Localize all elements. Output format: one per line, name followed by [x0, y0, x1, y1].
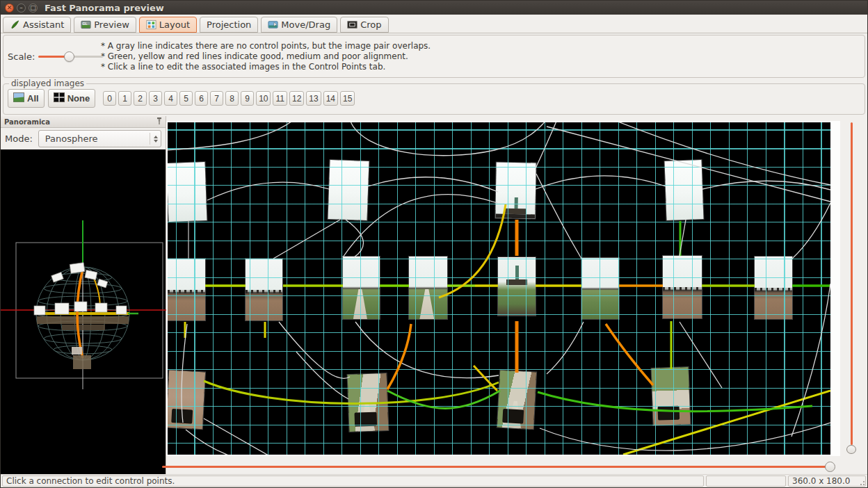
image-toggle-15[interactable]: 15 — [340, 91, 355, 106]
overlap-connection[interactable] — [346, 220, 363, 257]
tab-crop[interactable]: Crop — [340, 17, 388, 33]
tab-layout[interactable]: Layout — [139, 17, 197, 33]
all-images-icon — [13, 92, 24, 105]
movedrag-icon — [268, 19, 278, 30]
help-line: * Click a line to edit the associated im… — [101, 62, 431, 72]
overlap-connection[interactable] — [204, 418, 272, 455]
help-line: * Green, yellow and red lines indicate g… — [101, 51, 431, 62]
overlap-connection[interactable] — [343, 195, 497, 257]
image-toggle-3[interactable]: 3 — [149, 91, 162, 106]
overlap-connection[interactable] — [207, 182, 329, 200]
control-point-connection[interactable] — [538, 392, 812, 412]
layout-icon — [146, 19, 156, 30]
image-toggle-5[interactable]: 5 — [179, 91, 193, 106]
fast-panorama-preview-window: ✕ – □ Fast Panorama preview AssistantGLP… — [0, 0, 868, 488]
pin-icon[interactable] — [156, 117, 162, 127]
image-toggle-9[interactable]: 9 — [241, 91, 254, 106]
displayed-images-label: displayed images — [9, 79, 86, 88]
image-toggle-2[interactable]: 2 — [134, 91, 147, 106]
overlap-connection[interactable] — [168, 122, 294, 150]
image-number-buttons: 0123456789101112131415 — [103, 91, 355, 106]
overlap-connection[interactable] — [791, 284, 830, 437]
image-toggle-13[interactable]: 13 — [306, 91, 321, 106]
tab-label: Layout — [159, 19, 190, 30]
image-toggle-8[interactable]: 8 — [225, 91, 239, 106]
scale-slider[interactable] — [38, 51, 103, 62]
overlap-connection[interactable] — [350, 122, 547, 156]
connection-lines — [168, 122, 830, 455]
tab-move-drag[interactable]: Move/Drag — [261, 17, 337, 33]
status-message: Click a connection to edit control point… — [2, 475, 704, 487]
control-point-connection[interactable] — [623, 391, 830, 455]
vertical-scroller[interactable] — [847, 121, 855, 456]
overlap-connection[interactable] — [536, 176, 666, 189]
overlap-connection[interactable] — [613, 122, 830, 185]
tab-label: Projection — [207, 19, 251, 30]
overlap-connection[interactable] — [792, 203, 830, 259]
overlap-connection[interactable] — [368, 177, 498, 192]
all-button[interactable]: All — [8, 89, 45, 108]
scale-slider-handle[interactable] — [64, 51, 74, 62]
control-point-connection[interactable] — [204, 381, 499, 404]
tab-assistant[interactable]: Assistant — [3, 17, 71, 33]
overlap-connection[interactable] — [182, 324, 187, 423]
panel-title: Panoramica — [4, 118, 50, 126]
status-bar: Click a connection to edit control point… — [1, 474, 867, 487]
scale-slider-fill — [38, 56, 66, 58]
horizontal-scroller-handle[interactable] — [825, 462, 835, 472]
tab-label: Crop — [360, 19, 381, 30]
preview-canvas-area — [166, 116, 867, 474]
status-middle — [706, 475, 786, 487]
layout-canvas[interactable] — [168, 122, 830, 455]
tab-bar: AssistantGLPreviewLayoutProjectionMove/D… — [1, 15, 867, 33]
horizontal-scroller[interactable] — [162, 462, 844, 473]
overlap-connection[interactable] — [186, 430, 234, 455]
image-toggle-11[interactable]: 11 — [273, 91, 287, 106]
image-toggle-6[interactable]: 6 — [195, 91, 208, 106]
mode-dropdown[interactable]: Panosphere — [38, 130, 161, 147]
panosphere-panel: Panoramica Mode: Panosphere — [1, 116, 166, 474]
overlap-connection[interactable] — [296, 352, 348, 399]
image-toggle-12[interactable]: 12 — [289, 91, 304, 106]
overlap-connection[interactable] — [547, 322, 584, 374]
help-panel: Scale: * A gray line indicates there are… — [3, 35, 865, 78]
overlap-connection[interactable] — [680, 322, 722, 388]
panosphere-preview[interactable] — [1, 149, 166, 474]
displayed-images-wrap: displayed images All None 01234567891011… — [1, 79, 867, 116]
image-toggle-14[interactable]: 14 — [323, 91, 338, 106]
tab-label: Move/Drag — [281, 19, 330, 30]
vertical-scroller-handle[interactable] — [846, 445, 856, 454]
overlap-connection[interactable] — [279, 322, 350, 378]
minimize-icon[interactable]: – — [17, 3, 26, 13]
tab-projection[interactable]: Projection — [200, 17, 258, 33]
crop-icon — [347, 19, 357, 30]
status-field-of-view: 360.0 x 180.0 — [788, 475, 866, 487]
image-toggle-10[interactable]: 10 — [256, 91, 271, 106]
scale-slider-track — [72, 56, 103, 58]
help-panel-wrap: Scale: * A gray line indicates there are… — [1, 33, 867, 79]
dropdown-arrows-icon — [150, 133, 158, 145]
overlap-connection[interactable] — [536, 122, 557, 168]
no-images-icon — [54, 92, 65, 105]
control-point-connection[interactable] — [439, 204, 506, 298]
tab-preview[interactable]: GLPreview — [74, 17, 136, 33]
mode-label: Mode: — [5, 133, 33, 144]
overlap-connection[interactable] — [702, 181, 830, 190]
maximize-icon[interactable]: □ — [29, 3, 38, 13]
overlap-connection[interactable] — [273, 220, 340, 259]
image-toggle-0[interactable]: 0 — [103, 91, 116, 106]
image-toggle-4[interactable]: 4 — [164, 91, 177, 106]
displayed-images-group: displayed images All None 01234567891011… — [3, 79, 865, 115]
window-title: Fast Panorama preview — [45, 3, 164, 13]
image-toggle-1[interactable]: 1 — [118, 91, 131, 106]
control-point-connection[interactable] — [606, 324, 653, 385]
mode-row: Mode: Panosphere — [1, 128, 166, 149]
close-icon[interactable]: ✕ — [5, 3, 14, 13]
overlap-connection[interactable] — [547, 127, 830, 202]
resize-grip-icon[interactable] — [858, 479, 865, 485]
control-point-connection[interactable] — [387, 391, 500, 409]
none-button[interactable]: None — [48, 89, 96, 108]
image-toggle-7[interactable]: 7 — [210, 91, 223, 106]
svg-text:GL: GL — [83, 22, 88, 26]
preview-icon: GL — [81, 19, 91, 30]
